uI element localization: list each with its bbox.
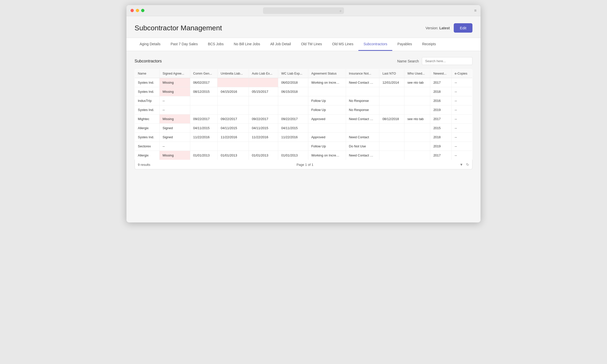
table-cell: see nto tab — [404, 115, 430, 124]
table-cell — [249, 142, 278, 151]
table-cell: -- — [159, 142, 190, 151]
tabs-bar: Aging Details Past 7 Day Sales BCS Jobs … — [126, 38, 481, 51]
table-row: Systes Ind.Missing06/02/201706/02/2018Wo… — [135, 78, 472, 87]
close-button[interactable] — [131, 9, 134, 12]
table-cell: Systes Ind. — [135, 87, 160, 96]
table-cell: Signed — [159, 124, 190, 133]
table-cell: Need Contact … — [346, 151, 379, 160]
table-cell — [379, 151, 404, 160]
name-search-label: Name Search — [397, 59, 419, 63]
table-section-title: Subcontractors — [135, 59, 162, 63]
table-cell: 2018 — [430, 133, 451, 142]
col-newest: Newest... — [430, 69, 451, 78]
table-cell: Sectorex — [135, 142, 160, 151]
table-cell: 06/02/2018 — [278, 78, 308, 87]
table-cell: Approved — [308, 133, 346, 142]
table-cell: 09/22/2017 — [190, 115, 218, 124]
tab-old-ms-lines[interactable]: Old MS Lines — [327, 38, 358, 51]
refresh-icon[interactable]: ↻ — [466, 163, 469, 167]
table-cell: 06/02/2017 — [190, 78, 218, 87]
tab-receipts[interactable]: Receipts — [417, 38, 441, 51]
table-cell: 04/11/2015 — [249, 124, 278, 133]
filter-icon[interactable]: ▼ — [460, 163, 463, 167]
tab-payables[interactable]: Payables — [392, 38, 417, 51]
table-cell: No Response — [346, 105, 379, 115]
col-comm-gen: Comm Gen... — [190, 69, 218, 78]
table-cell: 04/11/2015 — [190, 124, 218, 133]
col-who-used: Who Used... — [404, 69, 430, 78]
table-cell: -- — [451, 105, 472, 115]
results-count: 9 results — [138, 163, 150, 167]
table-cell: 01/01/2013 — [218, 151, 249, 160]
table-cell: 06/15/2018 — [278, 87, 308, 96]
table-cell: Missing — [159, 115, 190, 124]
traffic-lights — [131, 9, 144, 12]
table-cell — [190, 142, 218, 151]
table-cell — [249, 78, 278, 87]
table-cell: -- — [451, 124, 472, 133]
table-cell — [346, 87, 379, 96]
table-cell: -- — [451, 78, 472, 87]
titlebar-search-input[interactable] — [266, 9, 340, 12]
col-auto-liab: Auto Liab Ex... — [249, 69, 278, 78]
minimize-button[interactable] — [136, 9, 139, 12]
maximize-button[interactable] — [141, 9, 144, 12]
titlebar-search-bar[interactable]: ⌕ — [263, 7, 344, 14]
hamburger-icon[interactable]: ≡ — [474, 8, 476, 13]
name-search-input[interactable] — [422, 57, 472, 65]
app-window: ⌕ ≡ Subcontractor Management Version: La… — [126, 5, 481, 222]
tab-past-7-day-sales[interactable]: Past 7 Day Sales — [166, 38, 203, 51]
col-ecopies: e-Copies — [451, 69, 472, 78]
tab-aging-details[interactable]: Aging Details — [135, 38, 166, 51]
table-cell — [379, 96, 404, 105]
table-cell: Approved — [308, 115, 346, 124]
table-cell — [308, 87, 346, 96]
subcontractors-table: Name Signed Agree... Comm Gen... Umbrell… — [135, 69, 472, 160]
table-cell: see nto tab — [404, 78, 430, 87]
col-agreement-status: Agreement Status — [308, 69, 346, 78]
table-row: AllergixMissing01/01/201301/01/201301/01… — [135, 151, 472, 160]
table-row: Sectorex--Follow UpDo Not Use2019-- — [135, 142, 472, 151]
table-cell: 08/12/2015 — [190, 87, 218, 96]
table-cell: 2017 — [430, 115, 451, 124]
table-cell — [190, 96, 218, 105]
table-cell: Follow Up — [308, 142, 346, 151]
table-cell: 2017 — [430, 151, 451, 160]
table-cell: -- — [451, 96, 472, 105]
table-cell: Working on Incre… — [308, 78, 346, 87]
table-cell: -- — [159, 96, 190, 105]
table-cell — [379, 87, 404, 96]
table-cell — [249, 105, 278, 115]
edit-button[interactable]: Edit — [454, 23, 472, 33]
footer-icons: ▼ ↻ — [460, 163, 469, 167]
table-cell: Systes Ind. — [135, 133, 160, 142]
page-header: Subcontractor Management Version: Latest… — [126, 16, 481, 38]
table-cell — [379, 142, 404, 151]
table-cell: -- — [451, 115, 472, 124]
table-cell: Need Contact — [346, 133, 379, 142]
table-cell: 2017 — [430, 78, 451, 87]
table-cell — [379, 124, 404, 133]
table-cell — [346, 124, 379, 133]
col-signed: Signed Agree... — [159, 69, 190, 78]
table-cell: -- — [451, 87, 472, 96]
page-info: Page 1 of 1 — [296, 163, 313, 167]
table-footer: 9 results Page 1 of 1 ▼ ↻ — [135, 160, 472, 169]
content-area: Subcontractors Name Search Name Signed A… — [126, 51, 481, 175]
table-cell — [278, 142, 308, 151]
table-cell: 04/11/2015 — [278, 124, 308, 133]
table-cell: 11/22/2016 — [218, 133, 249, 142]
table-cell: 2018 — [430, 87, 451, 96]
table-cell: Need Contact … — [346, 78, 379, 87]
tab-no-bill-line-jobs[interactable]: No Bill Line Jobs — [229, 38, 265, 51]
table-cell — [404, 151, 430, 160]
tab-subcontractors[interactable]: Subcontractors — [358, 38, 392, 51]
table-cell — [308, 124, 346, 133]
tab-bcs-jobs[interactable]: BCS Jobs — [203, 38, 229, 51]
tab-old-tm-lines[interactable]: Old TM Lines — [296, 38, 327, 51]
table-cell — [218, 96, 249, 105]
col-name: Name — [135, 69, 160, 78]
table-cell — [190, 105, 218, 115]
tab-all-job-detail[interactable]: All Job Detail — [265, 38, 296, 51]
table-cell: 01/01/2013 — [278, 151, 308, 160]
